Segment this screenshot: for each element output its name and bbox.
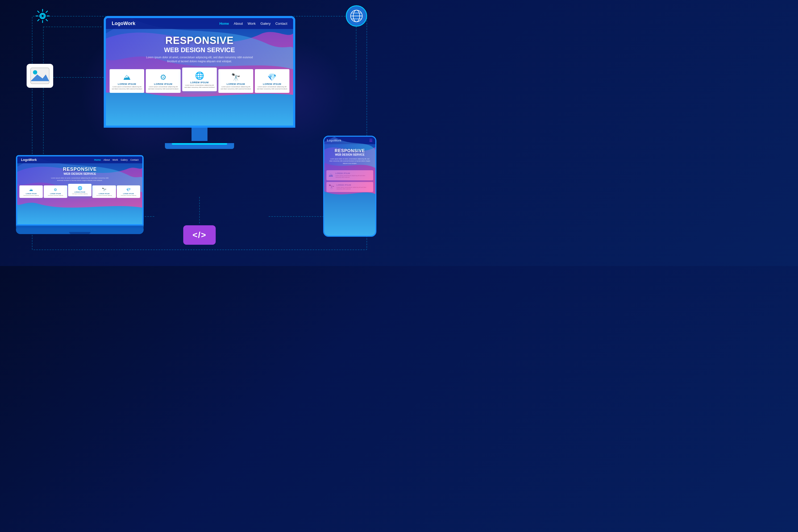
- svg-line-6: [38, 11, 39, 13]
- desktop-hero: RESPONSIVE WEB DESIGN SERVICE Lorem ipsu…: [106, 29, 293, 67]
- monitor-screen: LogoWork Home About Work Galery Contact …: [104, 16, 295, 128]
- desktop-nav-about[interactable]: About: [234, 22, 243, 25]
- laptop-icon-diamond: 💎: [118, 188, 139, 192]
- phone-service-list: ⛰ LOREM IPSUM Lorem ipsum consectetuer a…: [324, 169, 375, 194]
- phone-hero-title-sub: WEB DESIGN SERVICE: [327, 153, 373, 156]
- desktop-nav-links: Home About Work Galery Contact: [220, 22, 287, 25]
- monitor-base-strip: [172, 143, 227, 145]
- phone-hero-desc: Lorem ipsum dolor sit amet, consectetuer…: [328, 158, 371, 165]
- phone-hero-title-main: RESPONSIVE: [327, 148, 373, 153]
- phone-service-label-1: LOREM IPSUM: [336, 172, 371, 174]
- phone-nav: LogoWork ☰: [324, 137, 375, 144]
- service-icon-globe: 🌐: [184, 71, 215, 80]
- laptop-service-card-3[interactable]: 🌐 LOREM IPSUM Lorem ipsum consectetuer a…: [68, 184, 92, 196]
- laptop-service-label-1: LOREM IPSUM: [20, 193, 42, 194]
- service-desc-3: Lorem ipsum consectetuer adipiscing elit…: [184, 84, 215, 89]
- laptop-service-desc-1: Lorem ipsum consectetuer adipiscing: [20, 195, 42, 196]
- service-label-2: LOREM IPSUM: [148, 83, 178, 86]
- desktop-hero-title-main: RESPONSIVE: [114, 35, 285, 46]
- service-label-3: LOREM IPSUM: [184, 81, 215, 84]
- laptop-service-card-1[interactable]: ⛰ LOREM IPSUM Lorem ipsum consectetuer a…: [19, 185, 43, 198]
- service-desc-2: Lorem ipsum consectetuer adipiscing elit…: [148, 86, 178, 90]
- monitor-stand-neck: [191, 128, 208, 141]
- laptop-base: [16, 228, 144, 234]
- phone-website-preview: LogoWork ☰ RESPONSIVE WEB DESIGN SERVICE…: [324, 137, 375, 236]
- phone-icon-binoculars: 🔭: [328, 184, 334, 190]
- phone-service-card-2[interactable]: 🔭 LOREM IPSUM Lorem ipsum consectetuer a…: [326, 182, 373, 192]
- laptop-service-label-5: LOREM IPSUM: [118, 193, 139, 194]
- dashed-line-code-v: [199, 197, 200, 224]
- laptop-icon-gear: ⚙: [45, 188, 66, 192]
- laptop: LogoWork Home About Work Galery Contact …: [16, 155, 144, 234]
- desktop-nav: LogoWork Home About Work Galery Contact: [106, 18, 293, 29]
- laptop-nav-work[interactable]: Work: [113, 158, 118, 161]
- laptop-icon-globe: 🌐: [69, 186, 91, 190]
- service-icon-binoculars: 🔭: [221, 73, 251, 82]
- laptop-hero-desc: Lorem ipsum dolor sit amet, consectetuer…: [51, 177, 109, 182]
- laptop-icon-mountain: ⛰: [20, 188, 42, 192]
- service-icon-diamond: 💎: [257, 73, 287, 82]
- desktop-service-card-1[interactable]: ⛰ LOREM IPSUM Lorem ipsum consectetuer a…: [110, 69, 144, 93]
- service-icon-mountain: ⛰: [112, 73, 142, 82]
- service-label-4: LOREM IPSUM: [221, 83, 251, 86]
- desktop-service-card-5[interactable]: 💎 LOREM IPSUM Lorem ipsum consectetuer a…: [255, 69, 289, 93]
- svg-line-9: [38, 19, 39, 21]
- phone-service-label-2: LOREM IPSUM: [337, 184, 371, 186]
- laptop-website-preview: LogoWork Home About Work Galery Contact …: [17, 156, 142, 224]
- desktop-hero-title-sub: WEB DESIGN SERVICE: [114, 46, 285, 54]
- laptop-service-card-2[interactable]: ⚙ LOREM IPSUM Lorem ipsum consectetuer a…: [44, 185, 67, 198]
- laptop-service-desc-4: Lorem ipsum consectetuer adipiscing: [93, 195, 115, 196]
- desktop-nav-galery[interactable]: Galery: [261, 22, 270, 25]
- laptop-nav: LogoWork Home About Work Galery Contact: [17, 156, 142, 163]
- desktop-service-card-4[interactable]: 🔭 LOREM IPSUM Lorem ipsum consectetuer a…: [218, 69, 253, 93]
- phone-hero: RESPONSIVE WEB DESIGN SERVICE Lorem ipsu…: [324, 144, 375, 167]
- desktop-nav-logo: LogoWork: [112, 21, 135, 26]
- desktop-nav-home[interactable]: Home: [220, 22, 229, 25]
- dashed-line-img-h: [53, 77, 107, 78]
- laptop-nav-home[interactable]: Home: [94, 158, 101, 161]
- smartphone: LogoWork ☰ RESPONSIVE WEB DESIGN SERVICE…: [323, 136, 376, 237]
- desktop-nav-contact[interactable]: Contact: [275, 22, 287, 25]
- laptop-service-card-4[interactable]: 🔭 LOREM IPSUM Lorem ipsum consectetuer a…: [92, 185, 116, 198]
- svg-line-7: [46, 19, 48, 21]
- phone-service-card-1[interactable]: ⛰ LOREM IPSUM Lorem ipsum consectetuer a…: [326, 170, 373, 180]
- laptop-service-label-2: LOREM IPSUM: [45, 193, 66, 194]
- desktop-nav-work[interactable]: Work: [248, 22, 255, 25]
- service-desc-1: Lorem ipsum consectetuer adipiscing elit…: [112, 86, 142, 90]
- gear-icon: [35, 8, 53, 26]
- service-desc-5: Lorem ipsum consectetuer adipiscing elit…: [257, 86, 287, 90]
- desktop-monitor: LogoWork Home About Work Galery Contact …: [104, 16, 295, 149]
- laptop-hero: RESPONSIVE WEB DESIGN SERVICE Lorem ipsu…: [17, 163, 142, 184]
- dashed-line-globe-v: [356, 26, 357, 80]
- service-desc-4: Lorem ipsum consectetuer adipiscing elit…: [221, 86, 251, 90]
- code-icon: </>: [183, 225, 216, 245]
- laptop-nav-galery[interactable]: Galery: [120, 158, 128, 161]
- laptop-service-card-5[interactable]: 💎 LOREM IPSUM Lorem ipsum consectetuer a…: [117, 185, 140, 198]
- monitor-stand-base: [165, 143, 234, 149]
- desktop-website-preview: LogoWork Home About Work Galery Contact …: [106, 18, 293, 126]
- dashed-line-gear-h: [43, 26, 101, 27]
- laptop-service-desc-2: Lorem ipsum consectetuer adipiscing: [45, 195, 66, 196]
- image-icon: [26, 64, 53, 88]
- laptop-nav-logo: LogoWork: [21, 158, 37, 162]
- desktop-service-card-3[interactable]: 🌐 LOREM IPSUM Lorem ipsum consectetuer a…: [182, 68, 217, 91]
- laptop-nav-about[interactable]: About: [103, 158, 110, 161]
- service-label-1: LOREM IPSUM: [112, 83, 142, 86]
- desktop-service-card-2[interactable]: ⚙ LOREM IPSUM Lorem ipsum consectetuer a…: [146, 69, 180, 93]
- laptop-service-cards: ⛰ LOREM IPSUM Lorem ipsum consectetuer a…: [17, 185, 142, 198]
- svg-line-8: [46, 11, 48, 13]
- phone-body: LogoWork ☰ RESPONSIVE WEB DESIGN SERVICE…: [323, 136, 376, 237]
- phone-hamburger-icon[interactable]: ☰: [369, 138, 373, 142]
- phone-service-desc-1: Lorem ipsum consectetuer adipiscing elit…: [336, 175, 371, 178]
- laptop-service-label-3: LOREM IPSUM: [69, 191, 91, 193]
- code-tag-text: </>: [193, 230, 206, 240]
- laptop-hinge: [16, 226, 144, 228]
- laptop-nav-contact[interactable]: Contact: [130, 158, 138, 161]
- laptop-nav-links: Home About Work Galery Contact: [94, 158, 138, 161]
- laptop-hero-title-main: RESPONSIVE: [22, 167, 138, 172]
- service-label-5: LOREM IPSUM: [257, 83, 287, 86]
- phone-nav-logo: LogoWork: [327, 139, 341, 142]
- laptop-hero-title-sub: WEB DESIGN SERVICE: [22, 172, 138, 175]
- desktop-service-cards: ⛰ LOREM IPSUM Lorem ipsum consectetuer a…: [106, 69, 293, 93]
- laptop-service-desc-3: Lorem ipsum consectetuer adipiscing: [69, 193, 91, 195]
